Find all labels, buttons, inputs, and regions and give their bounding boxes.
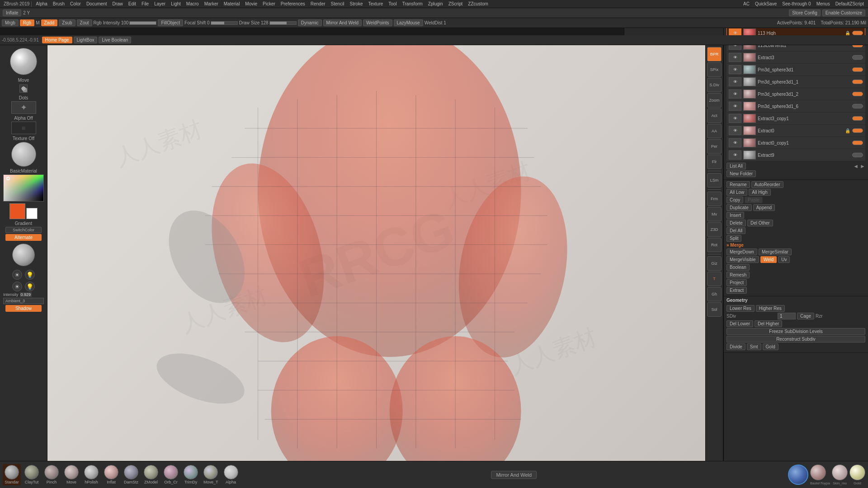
weld-points-btn[interactable]: WeldPoints — [363, 19, 392, 26]
merge-visible-btn[interactable]: MergeVisible — [726, 256, 759, 263]
insert-btn[interactable]: Insert — [726, 212, 744, 219]
all-high-btn[interactable]: All High — [749, 189, 770, 196]
spix-btn[interactable]: SPix — [707, 62, 722, 77]
menu-preferences[interactable]: Preferences — [278, 1, 307, 7]
subtool-eye-extract3copy[interactable]: 👁 — [729, 114, 741, 123]
brush-pinch[interactable]: Pinch — [42, 464, 61, 485]
aahat-btn[interactable]: AA — [707, 124, 722, 138]
subtool-eye-extract0[interactable]: 👁 — [729, 126, 741, 135]
brush-movet[interactable]: Move_T — [202, 464, 220, 485]
zsub-btn[interactable]: Zsub — [59, 19, 75, 26]
freeze-subdiv-btn[interactable]: Freeze SubDivision Levels — [726, 328, 865, 335]
subtool-extract9[interactable]: 👁 Extract9 — [726, 149, 865, 161]
rgb-btn[interactable]: Rgb — [20, 19, 34, 26]
brush-zmodel[interactable]: ZModel — [142, 464, 160, 485]
subtool-eye-pm3d1-6[interactable]: 👁 — [729, 102, 741, 111]
divide-btn[interactable]: Divide — [726, 343, 745, 350]
menu-transform[interactable]: Transform — [400, 1, 425, 7]
brush-claytut[interactable]: ClayTut — [23, 464, 41, 485]
floor-btn[interactable]: Flr — [707, 155, 722, 169]
merge-down-btn[interactable]: MergeDown — [726, 249, 757, 255]
subtool-toggle-extract3copy[interactable] — [852, 116, 863, 121]
menu-brush[interactable]: Brush — [51, 1, 67, 7]
material-gold[interactable] — [849, 465, 865, 480]
home-page-btn[interactable]: Home Page — [42, 37, 72, 43]
mirror-weld-btn[interactable]: Mirror And Weld — [323, 19, 362, 26]
menu-draw[interactable]: Draw — [110, 1, 125, 7]
bpr-btn[interactable]: BPR — [707, 47, 722, 61]
menu-document[interactable]: Document — [84, 1, 109, 7]
menu-light[interactable]: Light — [169, 1, 183, 7]
subtool-toggle-113high[interactable] — [852, 31, 863, 35]
menu-marker[interactable]: Marker — [202, 1, 221, 7]
lazy-mouse-btn[interactable]: LazyMouse — [394, 19, 423, 26]
gold-btn[interactable]: Gold — [763, 343, 778, 350]
subtool-eye-extract0copy[interactable]: 👁 — [729, 138, 741, 147]
all-low-btn[interactable]: All Low — [726, 189, 747, 196]
subtool-eye-pm3d1-1[interactable]: 👁 — [729, 77, 741, 86]
menu-alpha[interactable]: Alpha — [33, 1, 50, 7]
material-base[interactable] — [810, 465, 826, 480]
del-higher-btn[interactable]: Del Higher — [755, 320, 782, 327]
draw-size-slider[interactable] — [269, 21, 297, 25]
rename-btn[interactable]: Rename — [726, 181, 750, 188]
zadd-btn[interactable]: Zadd — [41, 19, 58, 26]
enable-customize-btn[interactable]: Enable Customize — [822, 9, 865, 16]
higher-res-btn[interactable]: Higher Res — [756, 305, 785, 312]
light-sun-icon[interactable]: ☀ — [12, 270, 22, 280]
duplicate-btn[interactable]: Duplicate — [726, 204, 752, 211]
menu-stencil[interactable]: Stencil — [329, 1, 347, 7]
zoom3d-btn[interactable]: Z3D — [707, 222, 722, 237]
delete-btn[interactable]: Delete — [726, 220, 746, 226]
rotate-btn[interactable]: Rot — [707, 238, 722, 252]
ghost-btn[interactable]: Gh — [707, 287, 722, 301]
append-btn[interactable]: Append — [753, 204, 775, 211]
subtool-pm3d1-2[interactable]: 👁 Pm3d_sphere3d1_2 — [726, 88, 865, 100]
menu-render[interactable]: Render — [308, 1, 328, 7]
smt-btn[interactable]: Smt — [747, 343, 761, 350]
light-bulb-icon[interactable]: 💡 — [25, 270, 35, 280]
inflate-btn[interactable]: Inflate — [3, 9, 21, 16]
del-lower-btn[interactable]: Del Lower — [726, 320, 753, 327]
brush-move[interactable]: Move — [62, 464, 80, 485]
subtool-toggle-extract0[interactable] — [852, 128, 863, 133]
subtool-lock-extract0[interactable]: 🔒 — [845, 128, 850, 133]
lsym-btn[interactable]: LSm — [707, 173, 722, 188]
subtool-pm3d1-1[interactable]: 👁 Pm3d_sphere3d1_1 — [726, 76, 865, 88]
material-sphere[interactable] — [11, 142, 36, 167]
copy-btn[interactable]: Copy — [726, 197, 743, 203]
alpha-preview[interactable]: ✦ — [11, 101, 36, 114]
subtool-extract0[interactable]: 👁 Extract0 🔒 — [726, 125, 865, 136]
subtool-toggle-pm3d1[interactable] — [852, 67, 863, 72]
menu-zzcustom[interactable]: ZZcustom — [466, 1, 490, 7]
fill-object-btn[interactable]: FillObject — [158, 19, 183, 26]
menu-edit[interactable]: Edit — [126, 1, 138, 7]
store-config-btn[interactable]: Store Config — [789, 9, 821, 16]
frame-btn[interactable]: Frm — [707, 192, 722, 206]
menu-tool[interactable]: Tool — [386, 1, 399, 7]
mirror-btn[interactable]: Mirror And Weld — [491, 471, 537, 479]
menu-file[interactable]: File — [139, 1, 151, 7]
subtool-pm3d1-6[interactable]: 👁 Pm3d_sphere3d1_6 — [726, 100, 865, 112]
focal-shift-slider[interactable] — [211, 21, 238, 25]
subtool-toggle-pm3d1-1[interactable] — [852, 80, 863, 84]
extract-btn[interactable]: Extract — [726, 287, 747, 294]
brush-trimdy[interactable]: TrimDy — [182, 464, 200, 485]
cage-btn[interactable]: Cage — [797, 313, 814, 319]
light-sun-icon-2[interactable]: ☀ — [12, 282, 22, 291]
split-btn[interactable]: Split — [726, 235, 741, 242]
alternate-btn[interactable]: Alternate — [5, 234, 42, 241]
remesh-btn[interactable]: Remesh — [726, 272, 750, 278]
menu-movie[interactable]: Movie — [243, 1, 259, 7]
menu-color[interactable]: Color — [68, 1, 83, 7]
brush-hpolish[interactable]: hPolish — [82, 464, 100, 485]
subtool-eye-pm3d1-2[interactable]: 👁 — [729, 89, 741, 99]
material-sphere-2[interactable] — [12, 244, 35, 266]
subtool-toggle-extract3[interactable] — [852, 55, 863, 60]
gizmo-btn[interactable]: Giz — [707, 256, 722, 271]
subtool-eye-extract9[interactable]: 👁 — [729, 150, 741, 160]
subtool-extract3copy[interactable]: 👁 Extract3_copy1 — [726, 113, 865, 124]
menu-quicksave[interactable]: QuickSave — [753, 1, 779, 7]
solo-btn[interactable]: Sol — [707, 302, 722, 317]
subtool-toggle-pm3d1-6[interactable] — [852, 104, 863, 108]
